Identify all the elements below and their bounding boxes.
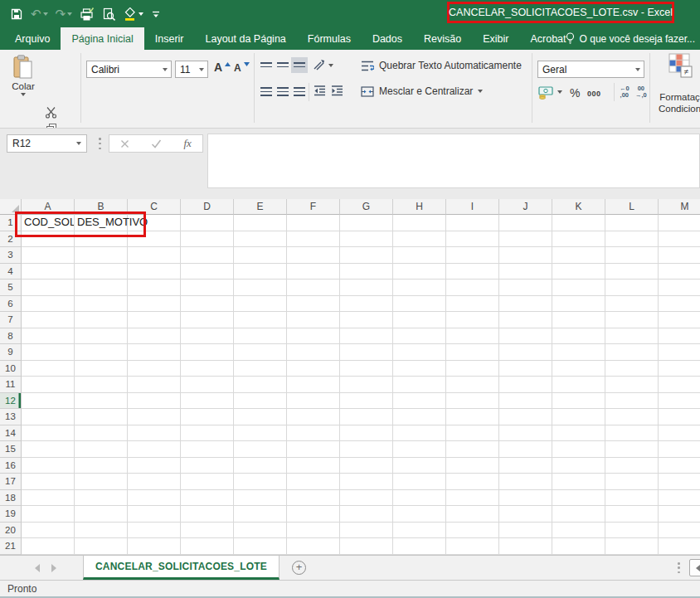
cell-E21[interactable] [234, 538, 287, 555]
cell-H20[interactable] [393, 523, 446, 539]
cell-H12[interactable] [393, 393, 446, 410]
cell-L19[interactable] [605, 506, 659, 523]
column-header-D[interactable]: D [181, 199, 234, 215]
cell-I9[interactable] [446, 344, 499, 361]
cell-K4[interactable] [552, 264, 605, 280]
cell-H19[interactable] [393, 506, 446, 523]
percent-style-button[interactable]: % [570, 86, 580, 100]
row-header-9[interactable]: 9 [0, 344, 22, 361]
cell-C3[interactable] [128, 247, 181, 264]
cell-B8[interactable] [75, 328, 128, 345]
cell-M6[interactable] [659, 296, 700, 313]
increase-font-size-button[interactable]: A [214, 61, 231, 74]
cell-A15[interactable] [22, 441, 75, 458]
row-header-2[interactable]: 2 [0, 231, 22, 248]
cell-B2[interactable] [75, 231, 128, 248]
cell-I18[interactable] [446, 490, 499, 507]
cell-K8[interactable] [552, 328, 605, 345]
cell-A13[interactable] [22, 409, 75, 425]
cell-A19[interactable] [22, 506, 75, 523]
cell-M4[interactable] [659, 264, 700, 280]
cell-B7[interactable] [75, 312, 128, 328]
cell-L13[interactable] [605, 409, 659, 425]
print-preview-icon[interactable] [102, 7, 115, 22]
row-header-18[interactable]: 18 [0, 490, 22, 507]
cell-L20[interactable] [605, 523, 659, 539]
tab-scroll-splitter[interactable] [678, 562, 680, 573]
cell-F10[interactable] [287, 361, 340, 377]
cell-K7[interactable] [552, 312, 605, 328]
align-top-button[interactable] [258, 57, 275, 73]
cell-H14[interactable] [393, 425, 446, 442]
cell-H16[interactable] [393, 458, 446, 474]
cell-K11[interactable] [552, 377, 605, 393]
paste-button[interactable]: Colar [7, 55, 40, 96]
cell-E15[interactable] [234, 441, 287, 458]
cell-J2[interactable] [499, 231, 552, 248]
cell-J3[interactable] [499, 247, 552, 264]
cell-B21[interactable] [75, 538, 128, 555]
select-all-corner[interactable] [0, 199, 22, 215]
row-header-15[interactable]: 15 [0, 441, 22, 458]
row-header-12[interactable]: 12 [0, 393, 22, 410]
cell-G9[interactable] [340, 344, 393, 361]
cell-D13[interactable] [181, 409, 234, 425]
cell-H13[interactable] [393, 409, 446, 425]
cell-I16[interactable] [446, 458, 499, 474]
cell-H21[interactable] [393, 538, 446, 555]
cell-J9[interactable] [499, 344, 552, 361]
cell-L11[interactable] [605, 377, 659, 393]
accounting-dropdown-icon[interactable] [557, 90, 562, 94]
column-header-C[interactable]: C [128, 199, 181, 215]
cell-I15[interactable] [446, 441, 499, 458]
cell-M5[interactable] [659, 280, 700, 296]
row-header-11[interactable]: 11 [0, 377, 22, 393]
row-header-4[interactable]: 4 [0, 264, 22, 280]
cell-B6[interactable] [75, 296, 128, 313]
cell-G12[interactable] [340, 393, 393, 410]
cell-C17[interactable] [128, 474, 181, 490]
cell-C4[interactable] [128, 264, 181, 280]
merge-dropdown-icon[interactable] [478, 90, 483, 93]
cell-J17[interactable] [499, 474, 552, 490]
cell-E6[interactable] [234, 296, 287, 313]
cell-H5[interactable] [393, 280, 446, 296]
row-header-7[interactable]: 7 [0, 312, 22, 328]
cell-M15[interactable] [659, 441, 700, 458]
name-box-dropdown-icon[interactable] [76, 142, 81, 145]
formula-bar-input[interactable] [207, 134, 700, 188]
cell-E17[interactable] [234, 474, 287, 490]
cell-L16[interactable] [605, 458, 659, 474]
cell-A10[interactable] [22, 361, 75, 377]
cell-H2[interactable] [393, 231, 446, 248]
confirm-entry-icon[interactable] [151, 139, 162, 148]
cell-I8[interactable] [446, 328, 499, 345]
cell-M8[interactable] [659, 328, 700, 345]
cell-M7[interactable] [659, 312, 700, 328]
cell-M14[interactable] [659, 425, 700, 442]
cell-D18[interactable] [181, 490, 234, 507]
cell-E11[interactable] [234, 377, 287, 393]
cell-A18[interactable] [22, 490, 75, 507]
column-header-E[interactable]: E [234, 199, 287, 215]
cell-L10[interactable] [605, 361, 659, 377]
tab-formulas[interactable]: Fórmulas [297, 27, 362, 50]
cell-B5[interactable] [75, 280, 128, 296]
cell-K9[interactable] [552, 344, 605, 361]
row-header-20[interactable]: 20 [0, 523, 22, 539]
cell-G8[interactable] [340, 328, 393, 345]
row-header-13[interactable]: 13 [0, 409, 22, 425]
cell-I2[interactable] [446, 231, 499, 248]
cell-J11[interactable] [499, 377, 552, 393]
insert-function-icon[interactable]: fx [184, 137, 192, 150]
cell-F7[interactable] [287, 312, 340, 328]
cell-G11[interactable] [340, 377, 393, 393]
cell-K3[interactable] [552, 247, 605, 264]
cancel-entry-icon[interactable] [120, 139, 129, 148]
cell-D9[interactable] [181, 344, 234, 361]
cell-G14[interactable] [340, 425, 393, 442]
cell-E2[interactable] [234, 231, 287, 248]
cell-J20[interactable] [499, 523, 552, 539]
cell-C20[interactable] [128, 523, 181, 539]
cell-L7[interactable] [605, 312, 659, 328]
